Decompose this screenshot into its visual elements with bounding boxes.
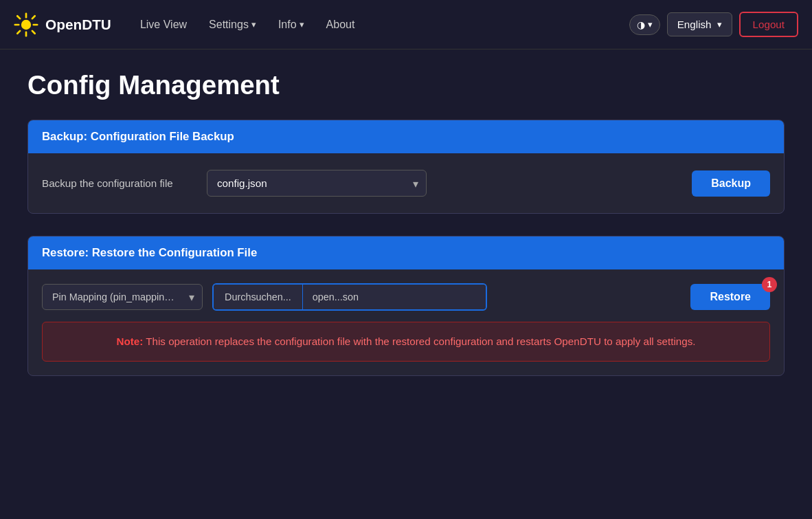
restore-type-select[interactable]: Pin Mapping (pin_mappin… [42, 284, 203, 310]
svg-line-5 [17, 16, 20, 19]
note-label: Note: [116, 335, 143, 347]
backup-card: Backup: Configuration File Backup Backup… [27, 120, 785, 214]
restore-button[interactable]: Restore [690, 284, 770, 310]
restore-card-header: Restore: Restore the Configuration File [28, 236, 784, 269]
nav-right: ◑ ▾ English ▾ Logout [629, 12, 798, 37]
backup-label: Backup the configuration file [42, 177, 193, 189]
restore-row: Pin Mapping (pin_mappin… ▾ Durchsuchen..… [42, 283, 770, 311]
restore-card-body: Pin Mapping (pin_mappin… ▾ Durchsuchen..… [28, 269, 784, 375]
nav-links: Live View Settings ▾ Info ▾ About [131, 13, 624, 36]
file-input-wrapper: Durchsuchen... open...son [212, 283, 487, 311]
main-content: Config Management Backup: Configuration … [0, 49, 812, 419]
restore-card: Restore: Restore the Configuration File … [27, 236, 785, 376]
file-browse-button[interactable]: Durchsuchen... [214, 285, 303, 309]
navbar: OpenDTU Live View Settings ▾ Info ▾ Abou… [0, 0, 812, 49]
note-text: This operation replaces the configuratio… [146, 335, 695, 347]
theme-chevron-icon: ▾ [648, 19, 653, 30]
backup-select-wrapper: config.json ▾ [207, 170, 427, 197]
logout-button[interactable]: Logout [739, 12, 798, 37]
language-chevron-icon: ▾ [717, 19, 722, 30]
nav-about[interactable]: About [317, 13, 365, 36]
svg-line-8 [17, 30, 20, 33]
nav-live-view[interactable]: Live View [131, 13, 196, 36]
theme-icon: ◑ [637, 19, 645, 30]
nav-settings[interactable]: Settings ▾ [199, 13, 266, 36]
file-name-display: open...son [303, 285, 486, 309]
page-title: Config Management [27, 70, 785, 100]
brand-name: OpenDTU [45, 16, 111, 33]
nav-info[interactable]: Info ▾ [269, 13, 314, 36]
svg-line-7 [32, 16, 35, 19]
svg-line-6 [32, 30, 35, 33]
info-chevron-icon: ▾ [300, 19, 304, 30]
theme-toggle-button[interactable]: ◑ ▾ [629, 14, 660, 35]
language-selector[interactable]: English ▾ [667, 12, 732, 36]
brand-logo[interactable]: OpenDTU [14, 12, 111, 37]
backup-file-select[interactable]: config.json [207, 170, 427, 197]
restore-select-wrapper: Pin Mapping (pin_mappin… ▾ [42, 284, 203, 310]
note-box: Note: This operation replaces the config… [42, 322, 770, 362]
settings-chevron-icon: ▾ [251, 19, 256, 30]
backup-button[interactable]: Backup [692, 170, 770, 197]
sun-icon [14, 12, 38, 37]
backup-card-body: Backup the configuration file config.jso… [28, 153, 784, 213]
restore-badge: 1 [762, 277, 777, 292]
language-label: English [677, 19, 712, 30]
restore-button-wrapper: Restore 1 [690, 284, 770, 310]
backup-card-header: Backup: Configuration File Backup [28, 120, 784, 153]
svg-point-0 [21, 19, 31, 29]
